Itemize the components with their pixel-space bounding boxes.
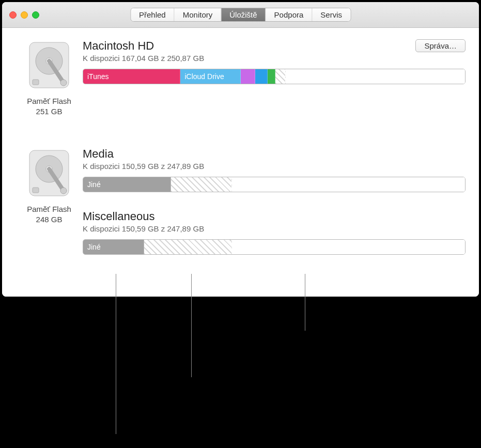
usage-bar: iTunesiCloud Drive bbox=[83, 69, 466, 84]
usage-segment: Jiné bbox=[83, 177, 171, 192]
volume-block: Media K dispozici 150,59 GB z 247,89 GB … bbox=[83, 147, 466, 192]
usage-segment: iCloud Drive bbox=[180, 69, 241, 84]
tab-bar: Přehled Monitory Úložiště Podpora Servis bbox=[130, 8, 351, 22]
tab-service[interactable]: Servis bbox=[312, 8, 350, 21]
about-this-mac-window: Přehled Monitory Úložiště Podpora Servis… bbox=[2, 2, 479, 297]
callout-line bbox=[116, 274, 116, 434]
disk-info: Media K dispozici 150,59 GB z 247,89 GB … bbox=[83, 147, 466, 255]
usage-segment bbox=[171, 177, 232, 192]
volume-available: K dispozici 150,59 GB z 247,89 GB bbox=[83, 224, 466, 233]
disk-label: Paměť Flash 248 GB bbox=[15, 204, 83, 224]
disk-size-label: 251 GB bbox=[36, 107, 63, 116]
svg-rect-4 bbox=[33, 80, 39, 85]
tab-monitors[interactable]: Monitory bbox=[175, 8, 222, 21]
volume-available: K dispozici 150,59 GB z 247,89 GB bbox=[83, 162, 466, 171]
usage-segment bbox=[268, 69, 275, 84]
hard-drive-icon bbox=[23, 147, 75, 199]
disk-info: Macintosh HD K dispozici 167,04 GB z 250… bbox=[83, 39, 466, 84]
usage-segment bbox=[275, 69, 286, 84]
manage-button[interactable]: Správa… bbox=[415, 39, 466, 52]
usage-segment bbox=[255, 69, 268, 84]
volume-available: K dispozici 167,04 GB z 250,87 GB bbox=[83, 54, 204, 63]
storage-pane: Paměť Flash 251 GB Macintosh HD K dispoz… bbox=[2, 28, 479, 297]
disk-type-label: Paměť Flash bbox=[27, 97, 71, 105]
hard-drive-icon bbox=[23, 39, 75, 91]
usage-segment bbox=[286, 69, 465, 84]
tab-support[interactable]: Podpora bbox=[266, 8, 313, 21]
minimize-icon[interactable] bbox=[21, 11, 28, 19]
close-icon[interactable] bbox=[9, 11, 17, 19]
volume-header: Macintosh HD K dispozici 167,04 GB z 250… bbox=[83, 39, 466, 63]
usage-segment: iTunes bbox=[83, 69, 180, 84]
usage-segment: Jiné bbox=[83, 240, 144, 254]
disk-size-label: 248 GB bbox=[36, 215, 63, 224]
tab-storage[interactable]: Úložiště bbox=[221, 8, 266, 21]
volume-name: Macintosh HD bbox=[83, 39, 204, 53]
zoom-icon[interactable] bbox=[32, 11, 39, 19]
svg-point-3 bbox=[60, 80, 67, 86]
usage-bar: Jiné bbox=[83, 239, 466, 255]
disk-label: Paměť Flash 251 GB bbox=[15, 96, 83, 116]
svg-rect-9 bbox=[33, 188, 39, 193]
disk-row: Paměť Flash 251 GB Macintosh HD K dispoz… bbox=[2, 28, 479, 116]
disk-icon-column: Paměť Flash 248 GB bbox=[15, 147, 83, 224]
usage-segment bbox=[232, 177, 465, 192]
disk-row: Paměť Flash 248 GB Media K dispozici 150… bbox=[2, 116, 479, 255]
usage-segment bbox=[144, 240, 232, 254]
volume-block: Miscellaneous K dispozici 150,59 GB z 24… bbox=[83, 210, 466, 255]
usage-bar: Jiné bbox=[83, 177, 466, 192]
volume-name: Media bbox=[83, 147, 466, 161]
titlebar: Přehled Monitory Úložiště Podpora Servis bbox=[2, 2, 479, 28]
svg-point-8 bbox=[60, 188, 67, 194]
tab-overview[interactable]: Přehled bbox=[131, 8, 175, 21]
window-controls bbox=[9, 11, 39, 19]
volume-name: Miscellaneous bbox=[83, 210, 466, 223]
disk-icon-column: Paměť Flash 251 GB bbox=[15, 39, 83, 116]
usage-segment bbox=[232, 240, 465, 254]
usage-segment bbox=[241, 69, 255, 84]
disk-type-label: Paměť Flash bbox=[27, 205, 71, 213]
